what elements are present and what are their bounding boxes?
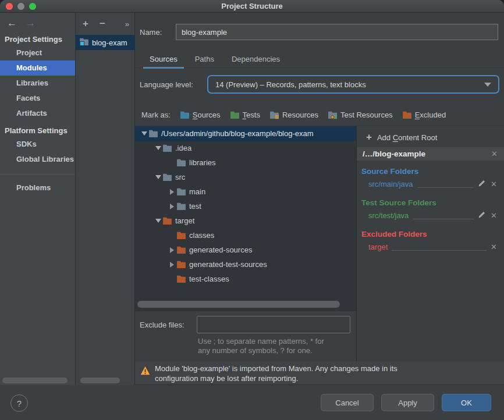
tree-row-label: src	[175, 173, 185, 181]
sidebar-item-modules[interactable]: Modules	[0, 60, 75, 76]
tree-row-generated-test-sources[interactable]: generated-test-sources	[135, 257, 356, 272]
tree-row-users-admin-github-blog-exampl[interactable]: /Users/admin/github/blog-example/blog-ex…	[135, 126, 356, 141]
mark-as-option-label: Sources	[193, 111, 221, 119]
tree-row-generated-sources[interactable]: generated-sources	[135, 243, 356, 257]
chevron-right-icon[interactable]	[168, 204, 176, 209]
mark-as-option-label: Excluded	[415, 111, 446, 119]
mark-as-test-resources[interactable]: Test Resources	[328, 110, 393, 120]
tree-row-src[interactable]: src	[135, 170, 356, 184]
sidebar-item-global-libraries[interactable]: Global Libraries	[0, 152, 75, 167]
folder-icon	[148, 129, 158, 138]
excluded-folder-icon	[402, 110, 412, 120]
tree-row-label: libraries	[189, 158, 216, 167]
edit-pencil-icon[interactable]	[478, 211, 486, 220]
folder-item-target: target✕	[361, 241, 498, 253]
sidebar-item-project[interactable]: Project	[0, 45, 75, 60]
exclude-files-label: Exclude files:	[140, 321, 197, 329]
tree-row-label: /Users/admin/github/blog-example/blog-ex…	[161, 129, 314, 138]
tab-paths[interactable]: Paths	[189, 52, 221, 67]
chevron-down-icon[interactable]	[154, 175, 162, 179]
language-level-label: Language level:	[140, 80, 207, 89]
tree-row-idea[interactable]: .idea	[135, 141, 356, 155]
ok-button[interactable]: OK	[442, 394, 491, 411]
mark-as-sources[interactable]: Sources	[180, 110, 221, 120]
exclude-files-input[interactable]	[197, 316, 350, 333]
tree-horizontal-scrollbar[interactable]	[137, 301, 340, 308]
remove-content-root-icon[interactable]: ✕	[491, 150, 504, 158]
tree-row-label: generated-sources	[189, 245, 252, 254]
sidebar-horizontal-scrollbar[interactable]	[2, 378, 68, 383]
tab-sources[interactable]: Sources	[143, 52, 184, 67]
folder-item-underline	[413, 219, 474, 219]
tests-folder-icon	[230, 110, 240, 120]
tree-row-classes[interactable]: classes	[135, 228, 356, 243]
module-items: blog-exam	[76, 35, 134, 50]
folder-icon	[162, 172, 172, 182]
module-name-input[interactable]	[176, 24, 498, 40]
chevron-down-icon[interactable]	[154, 146, 162, 150]
mark-as-tests[interactable]: Tests	[230, 110, 260, 120]
edit-pencil-icon[interactable]	[478, 179, 486, 189]
module-item-blog-exam[interactable]: blog-exam	[76, 35, 134, 50]
remove-folder-icon[interactable]: ✕	[491, 243, 498, 251]
folder-group-excluded-folders: Excluded Folderstarget✕	[361, 230, 498, 253]
add-content-root-label: Add Content Root	[377, 133, 437, 142]
sidebar-item-sdks[interactable]: SDKs	[0, 137, 75, 152]
language-level-select[interactable]: 14 (Preview) – Records, patterns, text b…	[207, 75, 499, 94]
sidebar-item-facets[interactable]: Facets	[0, 91, 75, 106]
tree-row-libraries[interactable]: libraries	[135, 155, 356, 170]
question-mark-icon: ?	[17, 398, 22, 408]
chevron-down-icon[interactable]	[154, 219, 162, 223]
tree-row-test-classes[interactable]: test-classes	[135, 272, 356, 286]
tree-row-label: test	[189, 202, 201, 211]
content-tree: /Users/admin/github/blog-example/blog-ex…	[135, 126, 356, 311]
folder-group-title: Test Source Folders	[361, 198, 498, 209]
warning-icon	[140, 366, 150, 376]
cancel-button[interactable]: Cancel	[321, 394, 374, 411]
mark-as-resources[interactable]: Resources	[269, 110, 318, 120]
sidebar-item-artifacts[interactable]: Artifacts	[0, 106, 75, 121]
remove-folder-icon[interactable]: ✕	[491, 180, 498, 188]
chevron-down-icon[interactable]	[140, 131, 148, 136]
excluded-folder-icon	[176, 230, 186, 240]
content-root-path: /…/blog-example	[357, 150, 425, 158]
module-folder-icon	[79, 37, 89, 48]
tree-row-test[interactable]: test	[135, 199, 356, 213]
module-editor: Name: SourcesPathsDependencies Language …	[135, 13, 504, 385]
content-root-panel: + Add Content Root /…/blog-example ✕ Sou…	[356, 126, 504, 361]
maven-warning: Module 'blog-example' is imported from M…	[135, 361, 504, 385]
folder-icon	[162, 143, 172, 153]
remove-folder-icon[interactable]: ✕	[491, 212, 498, 219]
folder-item-label: src/test/java	[361, 211, 409, 220]
mark-as-excluded[interactable]: Excluded	[402, 110, 446, 120]
tree-row-target[interactable]: target	[135, 213, 356, 228]
back-arrow-icon[interactable]: ←	[7, 18, 17, 29]
excluded-folder-icon	[176, 245, 186, 255]
add-content-root-button[interactable]: + Add Content Root	[366, 130, 504, 144]
name-label: Name:	[140, 28, 176, 37]
folder-group-title: Source Folders	[361, 167, 498, 178]
tree-row-main[interactable]: main	[135, 184, 356, 199]
module-item-label: blog-exam	[92, 38, 127, 47]
sidebar-item-libraries[interactable]: Libraries	[0, 76, 75, 91]
chevron-right-icon[interactable]	[168, 262, 176, 268]
sources-folder-icon	[180, 110, 190, 120]
chevron-right-icon[interactable]	[168, 189, 176, 195]
folder-item-underline	[392, 250, 487, 251]
modules-horizontal-scrollbar[interactable]	[80, 378, 120, 383]
excluded-folder-icon	[162, 216, 172, 226]
folder-icon	[176, 158, 186, 168]
exclude-files-hint: Use ; to separate name patterns, * for a…	[198, 337, 324, 355]
more-actions-button[interactable]: »	[125, 20, 130, 29]
apply-button[interactable]: Apply	[381, 394, 434, 411]
project-structure-dialog: Project Structure ← → Project SettingsPr…	[0, 0, 504, 420]
tab-dependencies[interactable]: Dependencies	[225, 52, 286, 67]
remove-module-button[interactable]: −	[100, 18, 105, 30]
folder-item-src-main-java: src/main/java✕	[361, 178, 498, 190]
add-module-button[interactable]: +	[83, 18, 88, 30]
sidebar-item-problems[interactable]: Problems	[0, 180, 75, 195]
help-button[interactable]: ?	[10, 394, 28, 412]
content-root-header: /…/blog-example ✕	[357, 147, 504, 161]
folder-group-title: Excluded Folders	[361, 230, 498, 241]
chevron-right-icon[interactable]	[168, 247, 176, 253]
